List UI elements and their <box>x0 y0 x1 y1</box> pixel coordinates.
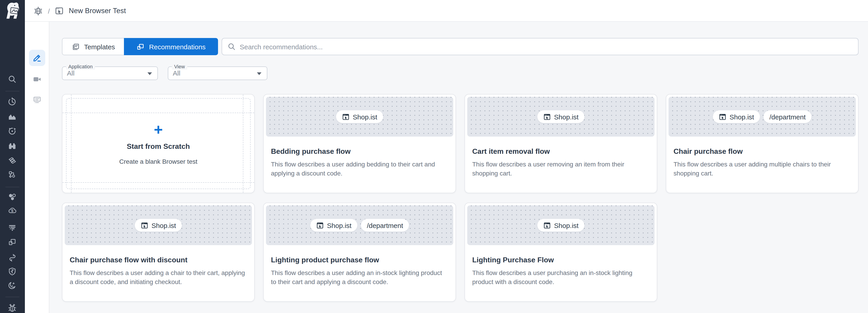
page-title: New Browser Test <box>69 7 126 15</box>
workflows-icon[interactable] <box>8 170 17 179</box>
edit-steps-nav-active[interactable] <box>29 50 45 66</box>
monitors-icon[interactable] <box>8 127 17 136</box>
start-from-scratch-card[interactable]: + Start from Scratch Create a blank Brow… <box>62 94 255 193</box>
card-title: Bedding purchase flow <box>271 148 448 156</box>
history-icon[interactable] <box>8 97 17 106</box>
recommendation-card[interactable]: Shop.ist Lighting Purchase Flow This flo… <box>465 202 657 302</box>
filter-view[interactable]: View All <box>168 66 267 80</box>
card-title: Lighting Purchase Flow <box>472 256 650 264</box>
dashed-guide <box>62 182 254 183</box>
card-media: Shop.ist <box>65 205 252 245</box>
recommendation-grid: + Start from Scratch Create a blank Brow… <box>62 94 859 302</box>
cloud-cost-icon[interactable]: $ <box>8 206 17 215</box>
dashed-guide <box>62 113 254 113</box>
chevron-down-icon <box>257 72 261 75</box>
metrics-icon[interactable] <box>8 112 17 121</box>
card-media: Shop.ist /department <box>266 205 453 245</box>
card-media: Shop.ist <box>467 97 654 136</box>
card-media: Shop.ist <box>266 97 453 136</box>
app-root: / New Browser Test <box>0 0 868 313</box>
ai-assistant-icon[interactable] <box>8 281 17 290</box>
breadcrumb-separator: / <box>48 7 50 15</box>
card-title: Chair purchase flow with discount <box>70 256 247 264</box>
filter-label: View <box>172 63 187 70</box>
browser-window-icon <box>543 221 551 229</box>
search-input[interactable] <box>240 43 852 51</box>
chevron-down-icon <box>148 72 152 75</box>
security-icon[interactable] <box>8 267 17 276</box>
app-badge: Shop.ist <box>336 111 383 123</box>
datadog-logo[interactable] <box>0 0 25 22</box>
tab-recommendations[interactable]: Recommendations <box>124 38 218 55</box>
plus-icon: + <box>154 122 163 136</box>
app-badge-label: Shop.ist <box>554 221 579 229</box>
card-description: This flow describes a user adding an in-… <box>271 268 446 286</box>
browser-window-icon <box>719 113 726 121</box>
search-icon <box>227 42 236 51</box>
top-bar: / New Browser Test <box>0 0 868 22</box>
synthetics-globe-icon[interactable] <box>33 6 43 15</box>
dashed-guide <box>71 95 71 193</box>
templates-icon <box>71 42 80 51</box>
recording-camera-icon[interactable] <box>33 75 41 84</box>
card-description: This flow describes a user adding beddin… <box>271 160 446 178</box>
app-badge-label: Shop.ist <box>730 113 754 121</box>
sidebar-divider <box>5 91 20 91</box>
card-description: This flow describes a user adding multip… <box>674 160 849 178</box>
infrastructure-icon[interactable] <box>8 192 17 201</box>
watchdog-icon[interactable] <box>8 142 17 151</box>
secondary-sidebar <box>25 22 49 313</box>
scratch-title: Start from Scratch <box>127 143 190 151</box>
recommendation-card[interactable]: Shop.ist Bedding purchase flow This flow… <box>263 94 456 193</box>
card-description: This flow describes a user removing an i… <box>472 160 648 178</box>
card-media: Shop.ist /department <box>669 97 856 136</box>
card-description: This flow describes a user purchasing an… <box>472 268 648 286</box>
app-badge: Shop.ist <box>537 219 584 231</box>
tab-label: Templates <box>84 43 115 51</box>
test-results-icon[interactable] <box>33 95 41 104</box>
card-title: Lighting product purchase flow <box>271 256 448 264</box>
recommendation-card[interactable]: Shop.ist Chair purchase flow with discou… <box>62 202 255 302</box>
synthetics-icon[interactable] <box>8 238 17 247</box>
logs-icon[interactable] <box>8 223 17 232</box>
filter-label: Application <box>66 63 95 70</box>
scratch-subtitle: Create a blank Browser test <box>119 158 197 165</box>
card-title: Cart item removal flow <box>472 148 650 156</box>
sidebar-divider <box>5 297 20 297</box>
browser-window-icon <box>141 221 148 229</box>
app-badge-label: Shop.ist <box>152 221 176 229</box>
recommendation-card[interactable]: Shop.ist Cart item removal flow This flo… <box>465 94 657 193</box>
app-badge: Shop.ist <box>310 219 357 231</box>
card-media: Shop.ist <box>467 205 654 245</box>
service-catalog-icon[interactable] <box>8 156 17 165</box>
path-badge-label: /department <box>367 221 403 229</box>
svg-text:$: $ <box>11 209 13 213</box>
path-badge-label: /department <box>769 113 806 121</box>
recommendation-card[interactable]: Shop.ist /department Chair purchase flow… <box>666 94 859 193</box>
search-bar <box>222 38 859 55</box>
card-description: This flow describes a user adding a chai… <box>70 268 245 286</box>
pipelines-icon[interactable] <box>8 253 17 262</box>
view-tabs: Templates Recommendations <box>62 38 218 55</box>
search-icon[interactable] <box>8 75 17 84</box>
app-badge: Shop.ist <box>713 111 760 123</box>
app-badge-label: Shop.ist <box>353 113 377 121</box>
tab-label: Recommendations <box>149 43 206 51</box>
browser-window-icon <box>543 113 551 121</box>
filter-value: All <box>67 69 74 77</box>
primary-sidebar: $ <box>0 0 25 313</box>
card-title: Chair purchase flow <box>674 148 851 156</box>
recommendation-card[interactable]: Shop.ist /department Lighting product pu… <box>263 202 456 302</box>
filter-application[interactable]: Application All <box>62 66 158 80</box>
bug-icon[interactable] <box>8 303 17 312</box>
main-content: Templates Recommendations <box>49 22 868 313</box>
browser-test-icon <box>55 6 64 15</box>
browser-window-icon <box>342 113 350 121</box>
tab-templates[interactable]: Templates <box>62 38 124 55</box>
breadcrumb: / New Browser Test <box>33 0 126 22</box>
app-badge: Shop.ist <box>135 219 182 231</box>
path-badge: /department <box>764 111 811 123</box>
app-badge: Shop.ist <box>537 111 584 123</box>
filters-row: Application All View All <box>62 66 859 80</box>
browser-window-icon <box>316 221 324 229</box>
